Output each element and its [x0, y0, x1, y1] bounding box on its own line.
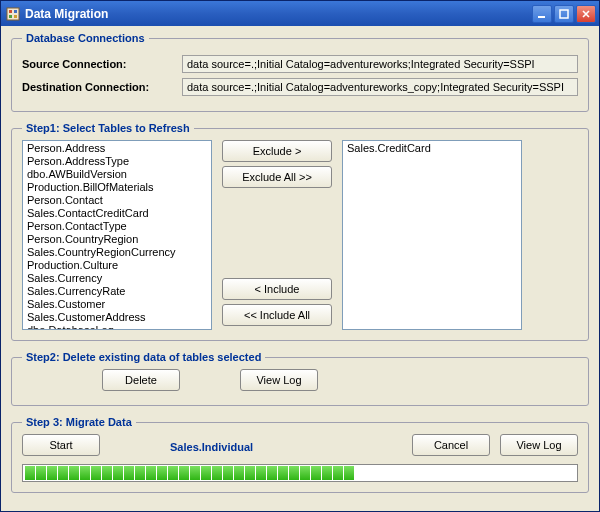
- source-connection-label: Source Connection:: [22, 58, 182, 70]
- step1-group: Step1: Select Tables to Refresh Person.A…: [11, 122, 589, 341]
- cancel-button[interactable]: Cancel: [412, 434, 490, 456]
- minimize-icon: [537, 9, 547, 19]
- progress-segment: [256, 466, 266, 480]
- progress-segment: [212, 466, 222, 480]
- exclude-all-button[interactable]: Exclude All >>: [222, 166, 332, 188]
- list-item[interactable]: Sales.CreditCard: [343, 142, 521, 155]
- progress-segment: [102, 466, 112, 480]
- migration-status-text: Sales.Individual: [170, 441, 253, 453]
- step2-group: Step2: Delete existing data of tables se…: [11, 351, 589, 406]
- svg-rect-1: [9, 10, 12, 13]
- source-connection-input[interactable]: [182, 55, 578, 73]
- progress-segment: [300, 466, 310, 480]
- progress-segment: [47, 466, 57, 480]
- list-item[interactable]: Person.ContactType: [23, 220, 211, 233]
- svg-rect-2: [14, 10, 17, 13]
- close-icon: [581, 9, 591, 19]
- progress-segment: [168, 466, 178, 480]
- list-item[interactable]: Production.Culture: [23, 259, 211, 272]
- selected-tables-listbox[interactable]: Sales.CreditCard: [342, 140, 522, 330]
- progress-segment: [344, 466, 354, 480]
- destination-connection-label: Destination Connection:: [22, 81, 182, 93]
- progress-segment: [234, 466, 244, 480]
- svg-rect-5: [538, 16, 545, 18]
- start-button[interactable]: Start: [22, 434, 100, 456]
- step3-viewlog-button[interactable]: View Log: [500, 434, 578, 456]
- minimize-button[interactable]: [532, 5, 552, 23]
- delete-button[interactable]: Delete: [102, 369, 180, 391]
- progress-segment: [146, 466, 156, 480]
- close-button[interactable]: [576, 5, 596, 23]
- progress-segment: [179, 466, 189, 480]
- list-item[interactable]: Person.AddressType: [23, 155, 211, 168]
- app-icon: [6, 7, 20, 21]
- list-item[interactable]: dbo.DatabaseLog: [23, 324, 211, 330]
- progress-segment: [69, 466, 79, 480]
- progress-segment: [190, 466, 200, 480]
- svg-rect-4: [14, 15, 17, 18]
- content-area: Database Connections Source Connection: …: [1, 26, 599, 511]
- list-item[interactable]: Sales.CustomerAddress: [23, 311, 211, 324]
- progress-segment: [58, 466, 68, 480]
- progress-segment: [311, 466, 321, 480]
- progress-segment: [157, 466, 167, 480]
- svg-rect-3: [9, 15, 12, 18]
- progress-segment: [223, 466, 233, 480]
- progress-segment: [25, 466, 35, 480]
- svg-rect-0: [7, 8, 19, 20]
- available-tables-listbox[interactable]: Person.AddressPerson.AddressTypedbo.AWBu…: [22, 140, 212, 330]
- progress-segment: [91, 466, 101, 480]
- window-title: Data Migration: [25, 7, 108, 21]
- list-item[interactable]: Person.CountryRegion: [23, 233, 211, 246]
- progress-segment: [289, 466, 299, 480]
- maximize-button[interactable]: [554, 5, 574, 23]
- progress-segment: [278, 466, 288, 480]
- progress-segment: [124, 466, 134, 480]
- svg-rect-6: [560, 10, 568, 18]
- list-item[interactable]: Production.BillOfMaterials: [23, 181, 211, 194]
- list-item[interactable]: dbo.AWBuildVersion: [23, 168, 211, 181]
- list-item[interactable]: Sales.Customer: [23, 298, 211, 311]
- include-button[interactable]: < Include: [222, 278, 332, 300]
- progress-segment: [201, 466, 211, 480]
- step3-legend: Step 3: Migrate Data: [22, 416, 136, 428]
- progress-segment: [36, 466, 46, 480]
- list-item[interactable]: Person.Address: [23, 142, 211, 155]
- step3-group: Step 3: Migrate Data Start Sales.Individ…: [11, 416, 589, 493]
- step2-legend: Step2: Delete existing data of tables se…: [22, 351, 265, 363]
- list-item[interactable]: Person.Contact: [23, 194, 211, 207]
- destination-connection-input[interactable]: [182, 78, 578, 96]
- include-all-button[interactable]: << Include All: [222, 304, 332, 326]
- progress-segment: [333, 466, 343, 480]
- progress-segment: [245, 466, 255, 480]
- progress-segment: [113, 466, 123, 480]
- progress-bar: [22, 464, 578, 482]
- app-window: Data Migration Database Connections Sour…: [0, 0, 600, 512]
- progress-segment: [267, 466, 277, 480]
- step1-legend: Step1: Select Tables to Refresh: [22, 122, 194, 134]
- progress-segment: [135, 466, 145, 480]
- list-item[interactable]: Sales.CurrencyRate: [23, 285, 211, 298]
- list-item[interactable]: Sales.Currency: [23, 272, 211, 285]
- progress-segment: [322, 466, 332, 480]
- exclude-button[interactable]: Exclude >: [222, 140, 332, 162]
- database-connections-group: Database Connections Source Connection: …: [11, 32, 589, 112]
- connections-legend: Database Connections: [22, 32, 149, 44]
- titlebar: Data Migration: [1, 1, 599, 26]
- progress-segment: [80, 466, 90, 480]
- step2-viewlog-button[interactable]: View Log: [240, 369, 318, 391]
- list-item[interactable]: Sales.ContactCreditCard: [23, 207, 211, 220]
- list-item[interactable]: Sales.CountryRegionCurrency: [23, 246, 211, 259]
- maximize-icon: [559, 9, 569, 19]
